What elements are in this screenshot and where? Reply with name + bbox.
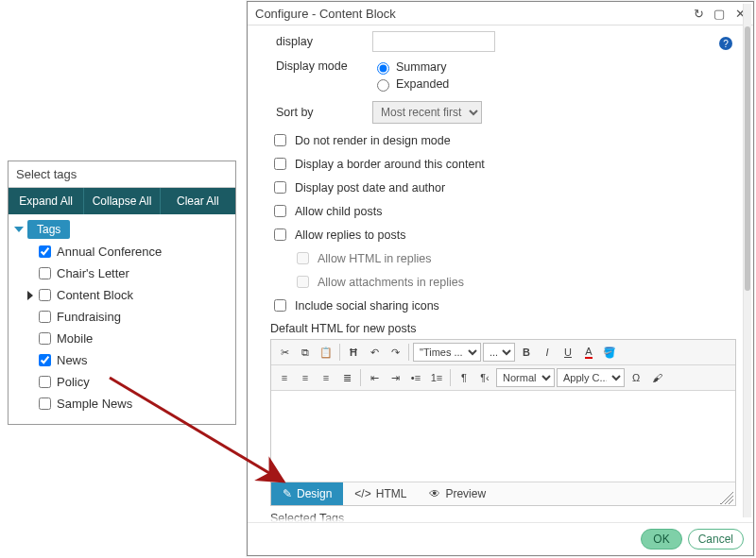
- display-input[interactable]: [372, 31, 495, 52]
- radio-expanded-input[interactable]: [377, 79, 389, 92]
- pilcrow-icon[interactable]: ¶: [455, 368, 473, 387]
- tree-item-checkbox[interactable]: [39, 267, 51, 279]
- tree-item-label: Policy: [57, 375, 90, 389]
- tags-root-label[interactable]: Tags: [27, 220, 70, 239]
- paste-icon[interactable]: 📋: [317, 343, 335, 362]
- tree-item-checkbox[interactable]: [39, 245, 51, 258]
- check-allow-attach-box[interactable]: [297, 276, 309, 288]
- check-allow-html[interactable]: Allow HTML in replies: [293, 249, 736, 267]
- sort-by-select[interactable]: Most recent first: [372, 101, 482, 124]
- radio-expanded[interactable]: Expanded: [372, 76, 449, 92]
- editor-footer: ✎Design </>HTML 👁Preview: [271, 482, 735, 505]
- paragraph-select[interactable]: Normal: [496, 368, 555, 387]
- maximize-icon[interactable]: ▢: [712, 6, 727, 21]
- caret-down-icon[interactable]: [14, 227, 24, 232]
- tree-item-checkbox[interactable]: [39, 354, 51, 366]
- check-no-render-box[interactable]: [274, 134, 286, 146]
- resize-grip[interactable]: [720, 491, 733, 504]
- tab-preview[interactable]: 👁Preview: [418, 482, 497, 505]
- bold-icon[interactable]: B: [517, 343, 536, 362]
- radio-summary[interactable]: Summary: [372, 59, 449, 75]
- check-social-box[interactable]: [274, 299, 286, 312]
- dialog-titlebar: Configure - Content Block ↻ ▢ ✕: [248, 2, 753, 25]
- redo-icon[interactable]: ↷: [386, 343, 404, 362]
- default-html-label: Default HTML for new posts: [270, 322, 736, 335]
- align-justify-icon[interactable]: ≣: [337, 368, 356, 387]
- tree-item[interactable]: Mobile: [14, 328, 230, 349]
- tree-item-label: News: [57, 353, 88, 367]
- expand-all-button[interactable]: Expand All: [9, 188, 84, 214]
- tree-item[interactable]: Chair's Letter: [14, 262, 230, 284]
- expander-icon[interactable]: [26, 291, 35, 300]
- dialog-scrollbar[interactable]: [743, 4, 751, 517]
- forecolor-icon[interactable]: A: [579, 343, 598, 362]
- tree-item[interactable]: Annual Conference: [14, 241, 230, 262]
- check-social[interactable]: Include social sharing icons: [270, 296, 736, 314]
- tree-item-checkbox[interactable]: [39, 332, 51, 345]
- list-ul-icon[interactable]: •≡: [406, 368, 425, 387]
- tree-item[interactable]: Sample News: [14, 393, 230, 414]
- scrollbar-thumb[interactable]: [745, 26, 750, 291]
- row-display: display: [276, 31, 736, 52]
- check-replies[interactable]: Allow replies to posts: [270, 226, 736, 244]
- tree-item-checkbox[interactable]: [39, 311, 51, 323]
- radio-summary-input[interactable]: [377, 62, 389, 75]
- cut-icon[interactable]: ✂: [275, 343, 294, 362]
- cancel-button[interactable]: Cancel: [688, 529, 744, 550]
- font-size-select[interactable]: ...: [483, 343, 515, 362]
- underline-icon[interactable]: U: [558, 343, 577, 362]
- align-left-icon[interactable]: ≡: [275, 368, 294, 387]
- display-mode-label: Display mode: [276, 59, 363, 73]
- align-right-icon[interactable]: ≡: [317, 368, 335, 387]
- css-class-select[interactable]: Apply C...: [557, 368, 625, 387]
- tree-item-checkbox[interactable]: [39, 376, 51, 388]
- tree-item[interactable]: Policy: [14, 371, 230, 393]
- tree-item-label: Chair's Letter: [57, 266, 129, 280]
- copy-icon[interactable]: ⧉: [296, 343, 315, 362]
- check-border-box[interactable]: [274, 158, 286, 170]
- tags-tree-root[interactable]: Tags: [14, 218, 230, 241]
- font-family-select[interactable]: "Times ...: [413, 343, 481, 362]
- refresh-icon[interactable]: ↻: [691, 6, 706, 21]
- check-post-date-box[interactable]: [274, 181, 286, 194]
- ltr-icon[interactable]: ¶‹: [475, 368, 494, 387]
- tree-item[interactable]: News: [14, 349, 230, 371]
- check-post-date[interactable]: Display post date and author: [270, 178, 736, 196]
- undo-icon[interactable]: ↶: [365, 343, 384, 362]
- code-icon: </>: [354, 487, 370, 500]
- row-sort-by: Sort by Most recent first: [276, 101, 736, 124]
- check-replies-box[interactable]: [274, 228, 286, 241]
- tab-design[interactable]: ✎Design: [271, 482, 343, 505]
- editor-body[interactable]: [271, 391, 735, 482]
- html-editor: ✂ ⧉ 📋 Ħ ↶ ↷ "Times ... ... B I U A 🪣 ≡ ≡…: [270, 339, 736, 506]
- align-center-icon[interactable]: ≡: [296, 368, 315, 387]
- omega-icon[interactable]: Ω: [627, 368, 645, 387]
- configure-dialog: Configure - Content Block ↻ ▢ ✕ ? displa…: [247, 1, 754, 556]
- brush-icon[interactable]: 🖌: [647, 368, 666, 387]
- tree-item-checkbox[interactable]: [39, 397, 51, 410]
- check-no-render[interactable]: Do not render in design mode: [270, 131, 736, 149]
- display-label: display: [276, 35, 363, 48]
- outdent-icon[interactable]: ⇤: [365, 368, 384, 387]
- check-allow-html-box[interactable]: [297, 252, 309, 264]
- check-allow-attach[interactable]: Allow attachments in replies: [293, 273, 736, 291]
- italic-icon[interactable]: I: [538, 343, 557, 362]
- check-border[interactable]: Display a border around this content: [270, 155, 736, 173]
- find-icon[interactable]: Ħ: [344, 343, 363, 362]
- check-child-posts[interactable]: Allow child posts: [270, 202, 736, 220]
- tab-html[interactable]: </>HTML: [343, 482, 418, 505]
- ok-button[interactable]: OK: [641, 529, 681, 550]
- tree-item[interactable]: Fundraising: [14, 306, 230, 328]
- check-child-posts-box[interactable]: [274, 205, 286, 217]
- tags-tree: Tags Annual ConferenceChair's LetterCont…: [9, 214, 235, 424]
- eye-icon: 👁: [429, 487, 440, 500]
- list-ol-icon[interactable]: 1≡: [427, 368, 446, 387]
- tree-item-checkbox[interactable]: [39, 289, 51, 301]
- indent-icon[interactable]: ⇥: [386, 368, 404, 387]
- help-icon[interactable]: ?: [719, 37, 732, 50]
- clear-all-button[interactable]: Clear All: [161, 188, 235, 214]
- tree-item[interactable]: Content Block: [14, 284, 230, 306]
- backcolor-icon[interactable]: 🪣: [600, 343, 619, 362]
- tree-item-label: Mobile: [57, 331, 93, 346]
- collapse-all-button[interactable]: Collapse All: [84, 188, 160, 214]
